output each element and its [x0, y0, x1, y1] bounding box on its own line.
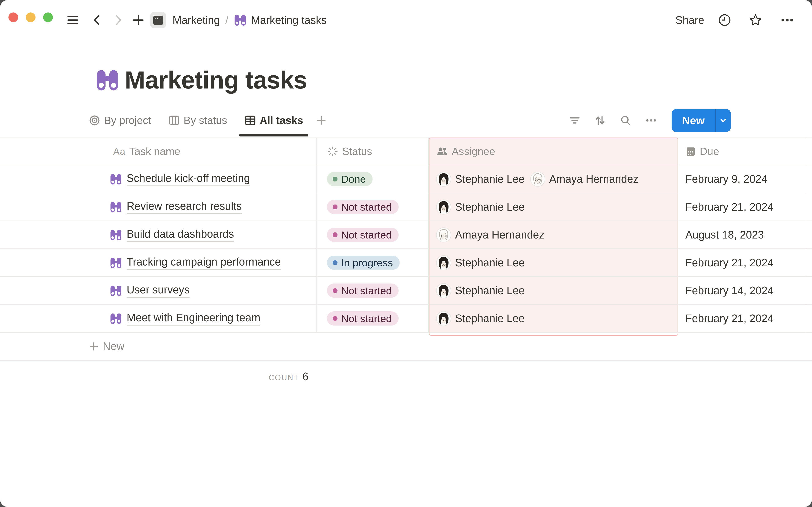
due-cell[interactable]: February 21, 2024 [678, 305, 806, 332]
avatar [436, 227, 451, 242]
new-record-button[interactable]: New [672, 109, 731, 132]
column-header-assignee[interactable]: Assignee [429, 138, 678, 165]
binoculars-icon [110, 201, 122, 213]
binoculars-icon [234, 14, 247, 26]
status-cell[interactable]: Done [316, 165, 429, 193]
column-label: Assignee [452, 145, 495, 158]
avatar [436, 311, 451, 326]
task-name-cell[interactable]: Build data dashboards [82, 221, 316, 248]
table-row: Build data dashboards Not started Amaya … [0, 221, 812, 249]
plus-icon [89, 342, 99, 351]
task-name-link[interactable]: Tracking campaign performance [126, 256, 281, 270]
search-icon[interactable] [620, 114, 631, 126]
due-date: August 18, 2023 [686, 229, 764, 241]
task-name-cell[interactable]: Meet with Engineering team [82, 305, 316, 332]
status-cell[interactable]: Not started [316, 305, 429, 332]
column-label: Due [700, 145, 719, 158]
binoculars-icon [110, 313, 122, 325]
tab-all-tasks[interactable]: All tasks [245, 104, 303, 137]
assignee-name: Amaya Hernandez [455, 229, 544, 241]
assignee-cell[interactable]: Stephanie Lee [429, 277, 678, 304]
task-name-link[interactable]: User surveys [126, 283, 190, 298]
assignee-name: Stephanie Lee [455, 257, 525, 269]
status-dot-icon [333, 316, 338, 321]
task-name-link[interactable]: Schedule kick-off meeting [126, 172, 250, 186]
status-badge: Not started [327, 312, 399, 326]
status-cell[interactable]: In progress [316, 249, 429, 276]
breadcrumb-parent[interactable]: Marketing [172, 14, 220, 26]
assignee-cell[interactable]: Stephanie Lee [429, 193, 678, 221]
assignee-cell[interactable]: Stephanie Lee [429, 305, 678, 332]
task-name-cell[interactable]: Schedule kick-off meeting [82, 165, 316, 193]
ghost-column [806, 277, 812, 304]
target-icon [89, 115, 100, 126]
board-columns-icon [168, 115, 180, 126]
add-view-icon[interactable] [316, 104, 326, 137]
assignee-cell[interactable]: Stephanie Lee [429, 249, 678, 276]
due-date: February 9, 2024 [686, 173, 767, 185]
sidebar-menu-icon[interactable] [66, 13, 80, 27]
page-binoculars-icon[interactable] [96, 68, 119, 92]
tab-label: By project [104, 114, 151, 126]
calculation-row: COUNT 6 [0, 360, 812, 392]
ghost-column [806, 138, 812, 165]
favorite-star-icon[interactable] [749, 13, 762, 26]
new-button-label: New [672, 114, 715, 127]
binoculars-icon [110, 285, 122, 297]
tab-by-project[interactable]: By project [89, 104, 151, 137]
more-options-icon[interactable] [780, 13, 794, 26]
history-clock-icon[interactable] [718, 13, 731, 26]
chevron-down-icon[interactable] [716, 116, 731, 125]
share-button[interactable]: Share [675, 14, 704, 26]
status-badge: Not started [327, 283, 399, 298]
new-page-plus-icon[interactable] [133, 13, 144, 27]
text-type-icon: Aa [113, 146, 125, 157]
status-cell[interactable]: Not started [316, 221, 429, 248]
assignee-cell[interactable]: Amaya Hernandez [429, 221, 678, 248]
due-date: February 14, 2024 [686, 284, 773, 297]
status-cell[interactable]: Not started [316, 277, 429, 304]
task-name-cell[interactable]: Tracking campaign performance [82, 249, 316, 276]
avatar [436, 283, 451, 298]
assignee-cell[interactable]: Stephanie Lee Amaya Hernandez [429, 165, 678, 193]
view-options-icon[interactable] [645, 114, 657, 126]
ghost-column [806, 249, 812, 276]
breadcrumb-marketing-page-icon[interactable] [150, 12, 166, 28]
status-badge: In progress [327, 256, 400, 270]
column-header-status[interactable]: Status [316, 138, 429, 165]
breadcrumb-current[interactable]: Marketing tasks [251, 14, 327, 26]
due-cell[interactable]: February 21, 2024 [678, 249, 806, 276]
due-date: February 21, 2024 [686, 257, 773, 269]
forward-icon[interactable] [113, 13, 124, 27]
assignee-name: Stephanie Lee [455, 312, 525, 325]
status-dot-icon [333, 260, 338, 265]
status-dot-icon [333, 177, 338, 181]
task-name-link[interactable]: Build data dashboards [126, 228, 234, 242]
due-cell[interactable]: February 21, 2024 [678, 193, 806, 221]
column-header-due[interactable]: Due [678, 138, 806, 165]
sort-icon[interactable] [594, 114, 606, 126]
add-row-button[interactable]: New [0, 333, 812, 360]
app-window: Marketing / Marketing tasks Share Market… [0, 0, 812, 507]
tab-by-status[interactable]: By status [168, 104, 227, 137]
count-calculation[interactable]: COUNT 6 [0, 370, 316, 383]
task-name-cell[interactable]: User surveys [82, 277, 316, 304]
back-icon[interactable] [91, 13, 102, 27]
zoom-window-button[interactable] [43, 12, 53, 22]
due-date: February 21, 2024 [686, 201, 773, 213]
task-name-link[interactable]: Meet with Engineering team [126, 312, 260, 326]
ghost-column [806, 165, 812, 193]
column-header-task-name[interactable]: Aa Task name [82, 138, 316, 165]
due-cell[interactable]: February 9, 2024 [678, 165, 806, 193]
filter-icon[interactable] [569, 114, 581, 126]
due-cell[interactable]: August 18, 2023 [678, 221, 806, 248]
table-header-row: Aa Task name Status [0, 138, 812, 165]
task-name-link[interactable]: Review research results [126, 200, 242, 214]
status-cell[interactable]: Not started [316, 193, 429, 221]
table-row: User surveys Not started Stephanie Lee F… [0, 277, 812, 305]
close-window-button[interactable] [8, 12, 18, 22]
minimize-window-button[interactable] [26, 12, 36, 22]
ghost-column [806, 305, 812, 332]
task-name-cell[interactable]: Review research results [82, 193, 316, 221]
due-cell[interactable]: February 14, 2024 [678, 277, 806, 304]
